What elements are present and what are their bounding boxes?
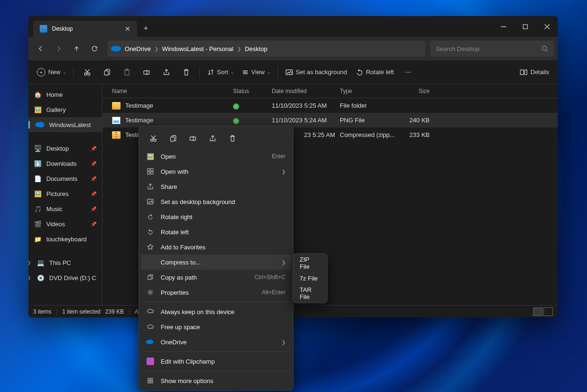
ctx-setbg[interactable]: Set as desktop background bbox=[141, 194, 291, 209]
new-button[interactable]: +New⌵ bbox=[33, 64, 69, 81]
share-button[interactable] bbox=[204, 131, 221, 146]
breadcrumb-desktop[interactable]: Desktop bbox=[245, 45, 268, 52]
sidebar-dvd[interactable]: ❯💿DVD Drive (D:) C bbox=[28, 270, 102, 285]
sidebar-downloads[interactable]: ⬇️Downloads📌 bbox=[28, 156, 102, 171]
ctx-openwith[interactable]: Open with❯ bbox=[141, 164, 291, 179]
sidebar-thispc[interactable]: ❯💻This PC bbox=[28, 255, 102, 270]
ctx-favorites[interactable]: Add to Favorites bbox=[141, 239, 291, 255]
ctx-rotate-left[interactable]: Rotate left bbox=[141, 224, 291, 239]
new-tab-button[interactable]: + bbox=[144, 24, 148, 33]
rotate-right-icon bbox=[147, 213, 154, 221]
pin-icon: 📌 bbox=[91, 176, 96, 181]
ctx-free-space[interactable]: Free up space bbox=[141, 319, 291, 334]
icons-view-button[interactable] bbox=[544, 307, 553, 316]
chevron-right-icon[interactable]: ❯ bbox=[28, 260, 31, 265]
ctx-onedrive[interactable]: OneDrive❯ bbox=[141, 334, 291, 349]
more-options-icon bbox=[147, 377, 154, 384]
ctx-properties[interactable]: PropertiesAlt+Enter bbox=[141, 285, 291, 300]
sidebar-desktop[interactable]: 🖥️Desktop📌 bbox=[28, 141, 102, 156]
toolbar: +New⌵ Sort⌵ View⌵ Set as background Rota… bbox=[28, 60, 558, 84]
svg-rect-38 bbox=[151, 381, 153, 383]
more-button[interactable]: ⋯ bbox=[398, 64, 417, 81]
submenu-tar[interactable]: TAR File bbox=[295, 286, 325, 301]
sidebar-touchkeyboard[interactable]: 📁touchkeyboard bbox=[28, 231, 102, 247]
tab-desktop[interactable]: Desktop ✕ bbox=[33, 21, 137, 37]
share-button[interactable] bbox=[157, 64, 176, 81]
sidebar-music[interactable]: 🎵Music📌 bbox=[28, 201, 102, 216]
ctx-open[interactable]: 🖼️OpenEnter bbox=[141, 149, 291, 164]
copy-button[interactable] bbox=[164, 131, 181, 146]
image-icon bbox=[147, 198, 154, 205]
maximize-button[interactable] bbox=[514, 16, 536, 37]
file-row[interactable]: Testimage ✓ 11/10/2023 5:25 AM File fold… bbox=[103, 98, 558, 113]
breadcrumb-personal[interactable]: WindowsLatest - Personal bbox=[162, 45, 233, 52]
set-background-button[interactable]: Set as background bbox=[282, 64, 351, 81]
cut-button[interactable] bbox=[145, 131, 162, 146]
svg-rect-28 bbox=[147, 169, 150, 171]
sidebar-gallery[interactable]: 🖼️Gallery bbox=[28, 102, 102, 117]
chevron-right-icon: ❯ bbox=[237, 46, 241, 51]
svg-rect-13 bbox=[144, 71, 149, 74]
pictures-icon: 🖼️ bbox=[34, 190, 42, 197]
submenu-zip[interactable]: ZIP File bbox=[295, 256, 325, 271]
close-tab-icon[interactable]: ✕ bbox=[125, 25, 130, 33]
paste-button[interactable] bbox=[117, 64, 136, 81]
disc-icon: 💿 bbox=[37, 274, 44, 281]
ctx-clipchamp[interactable]: Edit with Clipchamp bbox=[141, 354, 291, 369]
copy-button[interactable] bbox=[97, 64, 116, 81]
window-controls bbox=[492, 16, 558, 37]
column-date[interactable]: Date modified bbox=[272, 88, 340, 94]
pin-icon: 📌 bbox=[91, 206, 96, 212]
svg-point-7 bbox=[88, 73, 90, 75]
ctx-compress[interactable]: Compress to...❯ bbox=[141, 255, 291, 270]
pin-icon: 📌 bbox=[91, 191, 96, 196]
column-size[interactable]: Size bbox=[397, 88, 430, 94]
delete-button[interactable] bbox=[224, 131, 241, 146]
sidebar-pictures[interactable]: 🖼️Pictures📌 bbox=[28, 186, 102, 201]
sidebar-documents[interactable]: 📄Documents📌 bbox=[28, 171, 102, 186]
sidebar-home[interactable]: 🏠Home bbox=[28, 87, 102, 102]
ctx-share[interactable]: Share bbox=[141, 179, 291, 194]
onedrive-icon bbox=[112, 46, 121, 51]
rename-button[interactable] bbox=[184, 131, 201, 146]
minimize-button[interactable] bbox=[492, 16, 514, 37]
ctx-copypath[interactable]: Copy as pathCtrl+Shift+C bbox=[141, 270, 291, 285]
folder-icon bbox=[112, 102, 121, 110]
chevron-right-icon: ❯ bbox=[282, 260, 285, 265]
ctx-keep-on-device[interactable]: Always keep on this device bbox=[141, 304, 291, 319]
rotate-left-button[interactable]: Rotate left bbox=[352, 64, 397, 81]
sidebar-onedrive[interactable]: ❯WindowsLatest bbox=[28, 117, 102, 132]
delete-button[interactable] bbox=[177, 64, 196, 81]
details-button[interactable]: Details bbox=[516, 64, 553, 81]
up-button[interactable] bbox=[68, 40, 85, 57]
chevron-right-icon: ❯ bbox=[282, 169, 285, 174]
ctx-show-more[interactable]: Show more options bbox=[141, 373, 291, 388]
breadcrumb-onedrive[interactable]: OneDrive bbox=[125, 45, 151, 52]
pc-icon: 💻 bbox=[37, 259, 44, 266]
submenu-7z[interactable]: 7z File bbox=[295, 271, 325, 286]
desktop-icon bbox=[40, 25, 47, 33]
cut-button[interactable] bbox=[78, 64, 96, 81]
column-status[interactable]: Status bbox=[233, 88, 272, 94]
refresh-button[interactable] bbox=[86, 40, 103, 57]
close-window-button[interactable] bbox=[536, 16, 558, 37]
rotate-left-icon bbox=[147, 228, 154, 236]
ctx-rotate-right[interactable]: Rotate right bbox=[141, 209, 291, 224]
address-bar[interactable]: OneDrive ❯ WindowsLatest - Personal ❯ De… bbox=[108, 41, 425, 57]
column-type[interactable]: Type bbox=[340, 88, 397, 94]
openwith-icon bbox=[147, 168, 154, 175]
chevron-right-icon[interactable]: ❯ bbox=[28, 275, 31, 280]
sidebar-videos[interactable]: 🎬Videos📌 bbox=[28, 216, 102, 231]
chevron-right-icon[interactable]: ❯ bbox=[28, 122, 31, 127]
onedrive-icon bbox=[147, 340, 154, 344]
search-input[interactable]: Search Desktop bbox=[430, 41, 554, 57]
sidebar: 🏠Home 🖼️Gallery ❯WindowsLatest 🖥️Desktop… bbox=[28, 84, 102, 305]
view-button[interactable]: View⌵ bbox=[238, 64, 274, 81]
back-button[interactable] bbox=[32, 40, 49, 57]
forward-button[interactable] bbox=[50, 40, 67, 57]
column-name[interactable]: Name bbox=[112, 88, 233, 94]
sort-button[interactable]: Sort⌵ bbox=[204, 64, 237, 81]
details-view-button[interactable] bbox=[533, 307, 543, 316]
rename-button[interactable] bbox=[137, 64, 156, 81]
svg-rect-37 bbox=[148, 381, 150, 383]
